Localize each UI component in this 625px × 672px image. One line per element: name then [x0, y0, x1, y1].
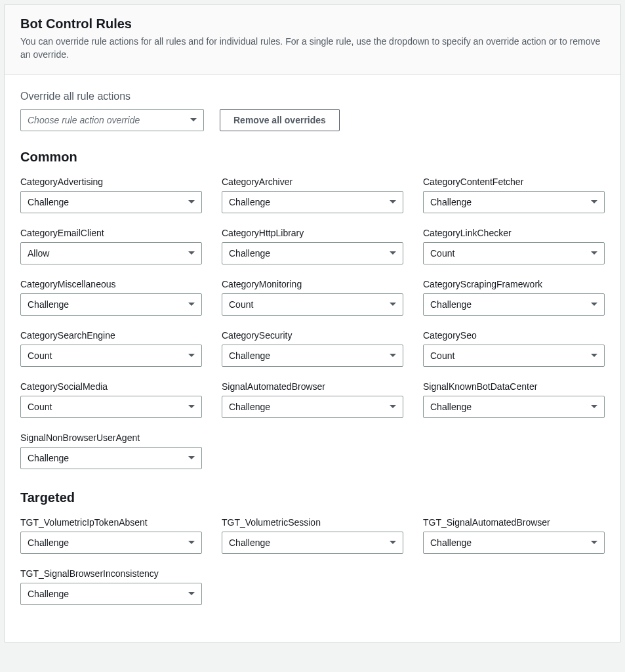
- rule-label: CategoryMiscellaneous: [20, 279, 202, 289]
- rule-label: SignalAutomatedBrowser: [222, 381, 403, 392]
- rules-grid: TGT_VolumetricIpTokenAbsentChallengeTGT_…: [20, 517, 605, 605]
- rule-cell: TGT_SignalAutomatedBrowserChallenge: [423, 517, 605, 554]
- rule-action-select[interactable]: Count: [20, 345, 202, 367]
- rule-action-select-value: Challenge: [20, 532, 202, 554]
- panel-body: Override all rule actions Choose rule ac…: [5, 75, 620, 642]
- rule-action-select-value: Count: [222, 293, 403, 316]
- rule-action-select-value: Challenge: [20, 293, 202, 316]
- rule-action-select-value: Challenge: [20, 447, 202, 469]
- group-title: Targeted: [20, 490, 605, 505]
- rule-action-select-value: Challenge: [222, 396, 403, 418]
- rule-action-select[interactable]: Count: [20, 396, 202, 418]
- rule-action-select-value: Allow: [20, 242, 202, 264]
- rule-action-select-value: Count: [423, 242, 605, 264]
- override-row: Choose rule action override Remove all o…: [20, 109, 605, 131]
- rule-action-select[interactable]: Allow: [20, 242, 202, 264]
- rule-action-select[interactable]: Count: [222, 293, 403, 316]
- override-action-select-value: Choose rule action override: [20, 109, 204, 131]
- rule-cell: CategoryArchiverChallenge: [222, 177, 403, 213]
- rule-action-select-value: Challenge: [222, 532, 403, 554]
- rule-cell: CategoryScrapingFrameworkChallenge: [423, 279, 605, 316]
- rule-cell: CategorySearchEngineCount: [20, 330, 202, 367]
- rule-label: CategoryEmailClient: [20, 228, 202, 238]
- rule-cell: CategoryContentFetcherChallenge: [423, 177, 605, 213]
- rule-action-select-value: Count: [20, 345, 202, 367]
- rule-action-select[interactable]: Challenge: [423, 396, 605, 418]
- rule-action-select[interactable]: Challenge: [20, 583, 202, 605]
- rule-label: CategoryHttpLibrary: [222, 228, 403, 238]
- rule-label: CategorySearchEngine: [20, 330, 202, 341]
- rule-label: CategoryArchiver: [222, 177, 403, 187]
- rule-label: TGT_VolumetricIpTokenAbsent: [20, 517, 202, 528]
- rule-label: CategoryContentFetcher: [423, 177, 605, 187]
- rule-label: SignalNonBrowserUserAgent: [20, 432, 202, 443]
- rule-label: CategoryMonitoring: [222, 279, 403, 289]
- rule-action-select[interactable]: Challenge: [222, 191, 403, 213]
- rule-label: TGT_SignalAutomatedBrowser: [423, 517, 605, 528]
- rules-grid: CategoryAdvertisingChallengeCategoryArch…: [20, 177, 605, 469]
- rule-label: CategoryScrapingFramework: [423, 279, 605, 289]
- rule-label: CategorySocialMedia: [20, 381, 202, 392]
- rule-action-select[interactable]: Challenge: [222, 345, 403, 367]
- rule-cell: SignalNonBrowserUserAgentChallenge: [20, 432, 202, 469]
- rule-cell: CategorySocialMediaCount: [20, 381, 202, 418]
- rule-action-select[interactable]: Challenge: [423, 191, 605, 213]
- bot-control-panel: Bot Control Rules You can override rule …: [4, 4, 621, 642]
- rule-action-select[interactable]: Challenge: [20, 191, 202, 213]
- rule-action-select[interactable]: Challenge: [20, 447, 202, 469]
- rule-label: CategorySeo: [423, 330, 605, 341]
- rule-action-select-value: Challenge: [423, 532, 605, 554]
- rule-label: TGT_SignalBrowserInconsistency: [20, 568, 202, 579]
- rule-label: CategoryLinkChecker: [423, 228, 605, 238]
- rule-action-select-value: Challenge: [222, 242, 403, 264]
- rule-action-select-value: Count: [20, 396, 202, 418]
- panel-description: You can override rule actions for all ru…: [20, 35, 605, 61]
- rule-action-select-value: Count: [423, 345, 605, 367]
- panel-header: Bot Control Rules You can override rule …: [5, 5, 620, 75]
- rule-action-select-value: Challenge: [423, 293, 605, 316]
- group-title: Common: [20, 150, 605, 165]
- rule-action-select[interactable]: Challenge: [222, 396, 403, 418]
- rule-cell: TGT_SignalBrowserInconsistencyChallenge: [20, 568, 202, 605]
- rule-cell: CategorySeoCount: [423, 330, 605, 367]
- rule-cell: CategoryLinkCheckerCount: [423, 228, 605, 264]
- rule-action-select[interactable]: Challenge: [423, 293, 605, 316]
- rule-action-select[interactable]: Challenge: [20, 532, 202, 554]
- rule-cell: CategoryMiscellaneousChallenge: [20, 279, 202, 316]
- rule-action-select-value: Challenge: [222, 345, 403, 367]
- rule-cell: CategoryMonitoringCount: [222, 279, 403, 316]
- rule-cell: SignalKnownBotDataCenterChallenge: [423, 381, 605, 418]
- rule-action-select[interactable]: Count: [423, 345, 605, 367]
- rule-label: TGT_VolumetricSession: [222, 517, 403, 528]
- rule-action-select[interactable]: Challenge: [423, 532, 605, 554]
- remove-all-overrides-button[interactable]: Remove all overrides: [220, 109, 340, 131]
- rule-action-select-value: Challenge: [222, 191, 403, 213]
- rule-action-select-value: Challenge: [423, 396, 605, 418]
- rule-cell: CategoryEmailClientAllow: [20, 228, 202, 264]
- rule-action-select-value: Challenge: [20, 191, 202, 213]
- rule-cell: CategoryAdvertisingChallenge: [20, 177, 202, 213]
- override-section-label: Override all rule actions: [20, 91, 605, 102]
- rule-label: CategoryAdvertising: [20, 177, 202, 187]
- rule-cell: SignalAutomatedBrowserChallenge: [222, 381, 403, 418]
- rule-action-select[interactable]: Challenge: [222, 242, 403, 264]
- rule-action-select[interactable]: Challenge: [222, 532, 403, 554]
- rule-action-select-value: Challenge: [423, 191, 605, 213]
- rule-cell: CategoryHttpLibraryChallenge: [222, 228, 403, 264]
- rule-action-select-value: Challenge: [20, 583, 202, 605]
- override-action-select[interactable]: Choose rule action override: [20, 109, 204, 131]
- rule-action-select[interactable]: Challenge: [20, 293, 202, 316]
- rule-label: SignalKnownBotDataCenter: [423, 381, 605, 392]
- rule-cell: CategorySecurityChallenge: [222, 330, 403, 367]
- rule-cell: TGT_VolumetricIpTokenAbsentChallenge: [20, 517, 202, 554]
- rule-action-select[interactable]: Count: [423, 242, 605, 264]
- rule-label: CategorySecurity: [222, 330, 403, 341]
- rule-cell: TGT_VolumetricSessionChallenge: [222, 517, 403, 554]
- panel-title: Bot Control Rules: [20, 16, 605, 32]
